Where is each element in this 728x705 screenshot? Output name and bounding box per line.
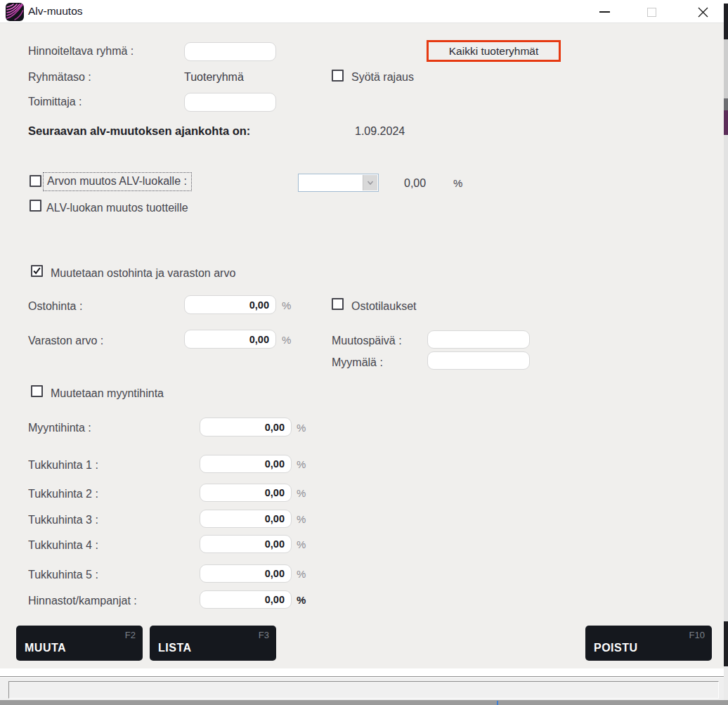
ajankohta-date: 1.09.2024 [355, 125, 405, 138]
chevron-down-icon [363, 175, 377, 190]
muutetaan-ostohinta-label: Muutetaan ostohinta ja varaston arvo [51, 267, 235, 280]
arvon-muutos-checkbox[interactable] [30, 175, 41, 187]
varaston-arvo-percent: % [282, 334, 291, 346]
tukkuhinta3-input[interactable] [200, 510, 292, 528]
arvon-muutos-percent: % [453, 177, 462, 189]
ostohinta-percent: % [282, 299, 291, 311]
poistu-button[interactable]: POISTU F10 [585, 626, 712, 661]
app-icon [6, 3, 24, 21]
screen-edge-artifact [724, 621, 728, 666]
tukkuhinta5-label: Tukkuhinta 5 : [28, 569, 98, 581]
kaikki-tuoteryhmat-button[interactable]: Kaikki tuoteryhmät [427, 40, 561, 62]
ostohinta-label: Ostohinta : [28, 300, 82, 313]
arvon-muutos-label[interactable]: Arvon muutos ALV-luokalle : [43, 172, 192, 191]
window-title: Alv-muutos [28, 5, 83, 18]
status-field [8, 681, 719, 699]
tukkuhinta4-input[interactable] [200, 535, 292, 553]
toimittaja-input[interactable] [184, 93, 276, 112]
myyntihinta-percent: % [297, 422, 306, 434]
close-button[interactable] [691, 3, 714, 21]
tukkuhinta4-percent: % [297, 538, 306, 550]
ryhmataso-label: Ryhmätaso : [28, 71, 91, 84]
muuta-button-label: MUUTA [25, 642, 66, 654]
minimize-icon [599, 11, 610, 13]
tukkuhinta3-label: Tukkuhinta 3 : [28, 514, 98, 526]
muutetaan-myyntihinta-label: Muutetaan myyntihinta [51, 387, 164, 400]
alv-luokan-checkbox[interactable] [30, 200, 41, 212]
muuta-fkey: F2 [125, 630, 136, 640]
lista-button[interactable]: LISTA F3 [150, 626, 276, 661]
arvon-muutos-value: 0,00 [404, 177, 426, 190]
hinnastot-input[interactable] [200, 590, 292, 609]
tukkuhinta1-label: Tukkuhinta 1 : [28, 459, 98, 472]
poistu-button-label: POISTU [594, 642, 638, 654]
varaston-arvo-input[interactable] [184, 330, 276, 349]
hinnoiteltava-input[interactable] [184, 42, 276, 61]
screen-edge-artifact [724, 666, 728, 700]
tukkuhinta5-input[interactable] [200, 564, 292, 583]
titlebar: Alv-muutos [0, 0, 728, 23]
screen-edge-artifact [724, 135, 728, 621]
maximize-icon [647, 8, 656, 17]
muuta-button[interactable]: MUUTA F2 [16, 626, 143, 661]
screen-edge-artifact [724, 4, 728, 39]
tukkuhinta2-label: Tukkuhinta 2 : [28, 488, 98, 500]
tukkuhinta1-percent: % [297, 458, 306, 470]
tukkuhinta3-percent: % [297, 513, 306, 525]
ostohinta-input[interactable] [184, 295, 276, 314]
alv-muutos-window: Alv-muutos Hinnoiteltava ryhmä : Kaikki … [0, 0, 728, 705]
tukkuhinta5-percent: % [297, 568, 306, 580]
syota-rajaus-checkbox[interactable] [332, 70, 344, 82]
screen-edge-artifact [724, 98, 728, 110]
minimize-button[interactable] [593, 3, 616, 21]
muutospaiva-label: Muutospäivä : [332, 335, 402, 347]
hinnastot-label: Hinnastot/kampanjat : [28, 595, 137, 607]
ostotilaukset-checkbox[interactable] [332, 298, 344, 310]
bottom-edge-blue-tick [497, 701, 498, 705]
ryhmataso-value: Tuoteryhmä [184, 71, 244, 84]
toimittaja-label: Toimittaja : [28, 96, 82, 108]
muutetaan-myyntihinta-checkbox[interactable] [31, 385, 43, 397]
alv-luokka-select[interactable] [298, 174, 379, 192]
myymala-input[interactable] [427, 351, 530, 370]
hinnastot-percent: % [297, 594, 306, 606]
varaston-arvo-label: Varaston arvo : [28, 335, 103, 347]
tukkuhinta2-input[interactable] [200, 484, 292, 502]
myyntihinta-input[interactable] [200, 418, 292, 436]
alv-luokan-label: ALV-luokan muutos tuotteille [46, 202, 188, 214]
lista-fkey: F3 [259, 630, 269, 640]
ajankohta-label: Seuraavan alv-muutoksen ajankohta on: [28, 124, 250, 138]
bottom-edge-strip [0, 700, 728, 705]
muutospaiva-input[interactable] [427, 330, 530, 349]
muutetaan-ostohinta-checkbox[interactable] [31, 265, 43, 277]
close-icon [697, 6, 709, 18]
lista-button-label: LISTA [158, 642, 192, 654]
myyntihinta-label: Myyntihinta : [28, 422, 91, 434]
syota-rajaus-label: Syötä rajaus [351, 71, 414, 84]
hinnoiteltava-label: Hinnoiteltava ryhmä : [28, 45, 134, 58]
myymala-label: Myymälä : [332, 356, 383, 369]
maximize-button [640, 3, 663, 21]
tukkuhinta4-label: Tukkuhinta 4 : [28, 539, 98, 552]
ostotilaukset-label: Ostotilaukset [351, 300, 416, 313]
checkmark-icon [32, 266, 41, 276]
screen-edge-artifact [724, 110, 728, 135]
poistu-fkey: F10 [689, 630, 705, 640]
tukkuhinta1-input[interactable] [200, 455, 292, 473]
tukkuhinta2-percent: % [297, 487, 306, 499]
screen-edge-artifact [724, 39, 728, 98]
